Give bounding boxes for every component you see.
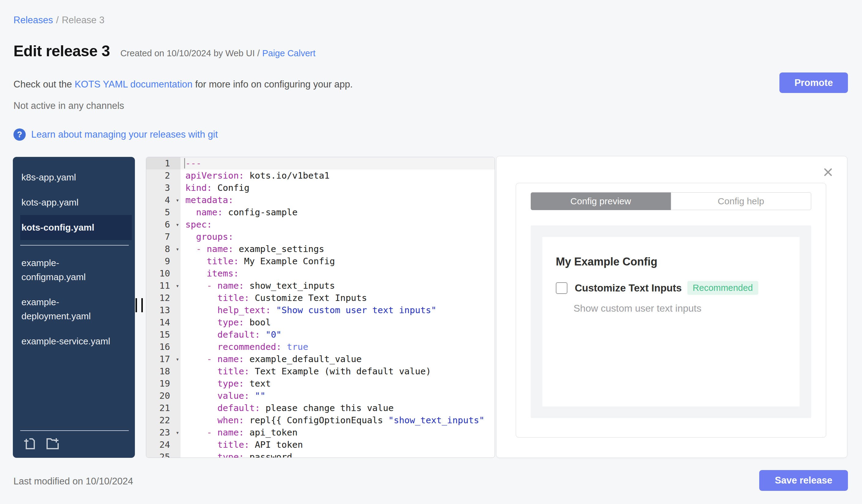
code-line: 15 default: "0" bbox=[146, 329, 495, 341]
code-content[interactable]: default: "0" bbox=[181, 329, 495, 341]
code-content[interactable]: - name: api_token bbox=[181, 426, 495, 439]
add-folder-icon[interactable] bbox=[45, 436, 60, 451]
sidebar-item-example-deployment.yaml[interactable]: example-deployment.yaml bbox=[13, 290, 135, 329]
add-file-icon[interactable] bbox=[22, 436, 37, 451]
code-line: 23▾ - name: api_token bbox=[146, 426, 495, 439]
close-icon[interactable] bbox=[823, 167, 834, 178]
code-line: 10 items: bbox=[146, 267, 495, 279]
code-line: 3kind: Config bbox=[146, 182, 495, 194]
line-number: 24 bbox=[146, 439, 181, 451]
line-number: 8▾ bbox=[146, 243, 181, 255]
customize-text-inputs-checkbox[interactable] bbox=[556, 282, 567, 294]
code-content[interactable]: - name: example_default_value bbox=[181, 353, 495, 365]
fold-arrow-icon[interactable]: ▾ bbox=[176, 218, 179, 230]
tab-config-preview[interactable]: Config preview bbox=[531, 193, 671, 210]
breadcrumb-current: Release 3 bbox=[62, 15, 105, 25]
line-number: 22 bbox=[146, 414, 181, 426]
fold-arrow-icon[interactable]: ▾ bbox=[176, 426, 179, 439]
sidebar-item-kots-config.yaml[interactable]: kots-config.yaml bbox=[20, 215, 132, 240]
code-content[interactable]: type: text bbox=[181, 377, 495, 389]
git-releases-link[interactable]: Learn about managing your releases with … bbox=[31, 129, 218, 140]
question-icon: ? bbox=[13, 129, 26, 141]
code-content[interactable]: help_text: "Show custom user text inputs… bbox=[181, 304, 495, 316]
code-line: 17▾ - name: example_default_value bbox=[146, 353, 495, 365]
code-content[interactable]: default: please change this value bbox=[181, 402, 495, 414]
code-line: 24 title: API token bbox=[146, 439, 495, 451]
save-release-button[interactable]: Save release bbox=[759, 470, 848, 491]
line-number: 3 bbox=[146, 182, 181, 194]
code-content[interactable]: kind: Config bbox=[181, 182, 495, 194]
code-line: 1--- bbox=[146, 157, 495, 170]
channel-status: Not active in any channels bbox=[13, 100, 124, 111]
code-content[interactable]: recommended: true bbox=[181, 341, 495, 353]
line-number: 21 bbox=[146, 402, 181, 414]
code-line: 22 when: repl{{ ConfigOptionEquals "show… bbox=[146, 414, 495, 426]
line-number: 14 bbox=[146, 316, 181, 329]
line-number: 4▾ bbox=[146, 194, 181, 206]
fold-arrow-icon[interactable]: ▾ bbox=[176, 279, 179, 292]
code-content[interactable]: title: API token bbox=[181, 439, 495, 451]
code-content[interactable]: title: Text Example (with default value) bbox=[181, 365, 495, 377]
code-content[interactable]: metadata: bbox=[181, 194, 495, 206]
code-line: 8▾ - name: example_settings bbox=[146, 243, 495, 255]
breadcrumb-separator: / bbox=[56, 15, 59, 25]
code-content[interactable]: title: Customize Text Inputs bbox=[181, 292, 495, 304]
code-content[interactable]: value: "" bbox=[181, 389, 495, 402]
config-preview-area: My Example Config Customize Text Inputs … bbox=[531, 225, 811, 418]
fold-arrow-icon[interactable]: ▾ bbox=[176, 243, 179, 255]
sidebar-item-example-service.yaml[interactable]: example-service.yaml bbox=[13, 329, 135, 354]
sidebar-divider bbox=[20, 245, 129, 246]
file-list-top: k8s-app.yamlkots-app.yamlkots-config.yam… bbox=[13, 157, 135, 240]
code-content[interactable]: type: password bbox=[181, 451, 495, 458]
docs-hint: Check out the KOTS YAML documentation fo… bbox=[13, 79, 353, 90]
code-content[interactable]: when: repl{{ ConfigOptionEquals "show_te… bbox=[181, 414, 495, 426]
breadcrumb-releases-link[interactable]: Releases bbox=[13, 15, 53, 25]
tab-config-help[interactable]: Config help bbox=[671, 193, 811, 210]
code-content[interactable]: name: config-sample bbox=[181, 206, 495, 218]
code-content[interactable]: - name: show_text_inputs bbox=[181, 279, 495, 292]
line-number: 7 bbox=[146, 230, 181, 243]
config-tabs: Config preview Config help bbox=[531, 193, 811, 210]
code-content[interactable]: groups: bbox=[181, 230, 495, 243]
sidebar-item-kots-app.yaml[interactable]: kots-app.yaml bbox=[13, 190, 135, 215]
code-content[interactable]: apiVersion: kots.io/v1beta1 bbox=[181, 170, 495, 182]
author-link[interactable]: Paige Calvert bbox=[262, 48, 315, 58]
line-number: 18 bbox=[146, 365, 181, 377]
recommended-badge: Recommended bbox=[687, 281, 759, 295]
code-content[interactable]: title: My Example Config bbox=[181, 255, 495, 267]
code-line: 4▾metadata: bbox=[146, 194, 495, 206]
sidebar-item-k8s-app.yaml[interactable]: k8s-app.yaml bbox=[13, 165, 135, 190]
line-number: 23▾ bbox=[146, 426, 181, 439]
sidebar-item-example-configmap.yaml[interactable]: example-configmap.yaml bbox=[13, 251, 135, 290]
line-number: 19 bbox=[146, 377, 181, 389]
line-number: 17▾ bbox=[146, 353, 181, 365]
code-content[interactable]: - name: example_settings bbox=[181, 243, 495, 255]
line-number: 16 bbox=[146, 341, 181, 353]
code-content[interactable]: --- bbox=[181, 157, 495, 170]
line-number: 10 bbox=[146, 267, 181, 279]
code-content[interactable]: items: bbox=[181, 267, 495, 279]
kots-docs-link[interactable]: KOTS YAML documentation bbox=[75, 79, 192, 90]
line-number: 13 bbox=[146, 304, 181, 316]
last-modified-text: Last modified on 10/10/2024 bbox=[13, 476, 133, 487]
code-line: 6▾spec: bbox=[146, 218, 495, 230]
code-content[interactable]: spec: bbox=[181, 218, 495, 230]
code-line: 20 value: "" bbox=[146, 389, 495, 402]
line-number: 9 bbox=[146, 255, 181, 267]
code-line: 2apiVersion: kots.io/v1beta1 bbox=[146, 170, 495, 182]
config-group-title: My Example Config bbox=[556, 255, 786, 268]
code-line: 7 groups: bbox=[146, 230, 495, 243]
docs-hint-prefix: Check out the bbox=[13, 79, 75, 90]
line-number: 25 bbox=[146, 451, 181, 458]
fold-arrow-icon[interactable]: ▾ bbox=[176, 353, 179, 365]
code-content[interactable]: type: bool bbox=[181, 316, 495, 329]
fold-arrow-icon[interactable]: ▾ bbox=[176, 194, 179, 206]
code-line: 21 default: please change this value bbox=[146, 402, 495, 414]
config-card: Config preview Config help My Example Co… bbox=[516, 183, 826, 438]
docs-hint-suffix: for more info on configuring your app. bbox=[192, 79, 353, 90]
promote-button[interactable]: Promote bbox=[780, 72, 848, 93]
yaml-editor[interactable]: 1---2apiVersion: kots.io/v1beta13kind: C… bbox=[146, 157, 495, 458]
code-line: 25 type: password bbox=[146, 451, 495, 458]
sidebar-resize-handle[interactable] bbox=[135, 298, 143, 312]
code-line: 16 recommended: true bbox=[146, 341, 495, 353]
